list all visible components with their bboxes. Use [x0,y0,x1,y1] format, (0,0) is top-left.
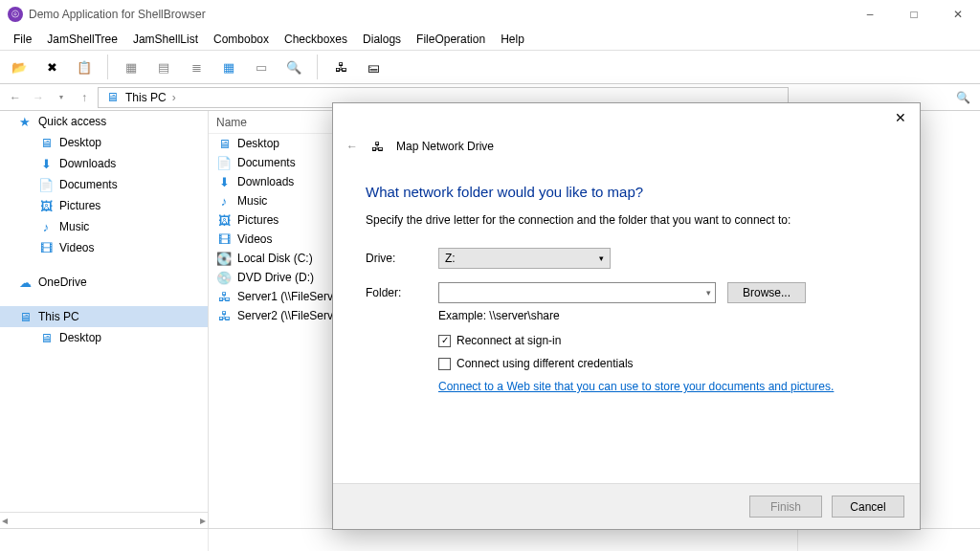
tree-quick-access[interactable]: ★ Quick access [0,111,208,132]
window-title: Demo Application for ShellBrowser [29,8,206,21]
minimize-button[interactable]: – [848,0,892,29]
toolbar: 📂 ✖ 📋 ▦ ▤ ≣ ▦ ▭ 🔍 🖧 🖴 [0,50,980,84]
reconnect-checkbox-row[interactable]: ✓ Reconnect at sign-in [438,334,887,347]
cancel-button[interactable]: Cancel [832,496,904,518]
star-icon: ★ [17,114,33,129]
menu-file[interactable]: File [6,31,39,48]
desktop-icon: 🖥 [216,136,232,151]
list-item-label: Local Disk (C:) [237,252,313,265]
tree-this-pc[interactable]: 🖥 This PC [0,306,208,327]
menu-jamshelltree[interactable]: JamShellTree [39,31,125,48]
tree-item-music[interactable]: ♪Music [0,216,208,237]
up-button[interactable]: ↑ [75,88,94,107]
back-button[interactable]: ← [6,88,25,107]
menu-checkboxes[interactable]: Checkboxes [277,31,355,48]
folder-label: Folder: [366,286,438,299]
separator [107,55,108,79]
list-item-label: Music [237,194,267,208]
tree-item-desktop[interactable]: 🖥Desktop [0,132,208,153]
menu-fileoperation[interactable]: FileOperation [409,31,493,48]
back-arrow-icon[interactable]: ← [346,140,358,153]
disconnect-drive-button[interactable]: 🖴 [360,54,387,80]
tree-label: Quick access [38,115,106,128]
app-icon: ⦾ [8,7,23,22]
dialog-wizard-title: Map Network Drive [396,140,494,153]
status-pane [209,529,798,551]
tree-scrollbar[interactable]: ◂ ▸ [0,512,208,528]
forward-button[interactable]: → [29,88,48,107]
browse-button[interactable]: Browse... [727,282,806,303]
menu-jamshelllist[interactable]: JamShellList [125,31,206,48]
desktop-icon: 🖥 [38,330,54,345]
list-item-label: Downloads [237,175,294,188]
map-drive-button[interactable]: 🖧 [327,54,354,80]
reconnect-label: Reconnect at sign-in [457,334,561,347]
menu-combobox[interactable]: Combobox [206,31,277,48]
properties-button[interactable]: 📋 [71,54,98,80]
music-icon: ♪ [38,219,54,234]
view-list-button[interactable]: ≣ [183,54,210,80]
view-large-button[interactable]: ▦ [118,54,145,80]
tree-item-pictures[interactable]: 🖼Pictures [0,195,208,216]
status-bar [0,528,980,551]
checkbox-checked-icon[interactable]: ✓ [438,335,451,347]
list-item-label: Videos [237,232,272,246]
folder-input[interactable]: ▾ [438,282,716,303]
document-icon: 📄 [38,177,54,192]
scroll-right-icon[interactable]: ▸ [200,514,206,527]
checkbox-unchecked-icon[interactable] [438,358,451,370]
dialog-heading: What network folder would you like to ma… [366,184,887,200]
credentials-checkbox-row[interactable]: Connect using different credentials [438,357,887,370]
music-icon: ♪ [216,193,232,209]
status-pane-right [798,529,980,551]
credentials-label: Connect using different credentials [457,357,634,370]
close-button[interactable]: ✕ [936,0,980,29]
chevron-right-icon: › [172,91,176,104]
dvd-icon: 💿 [216,270,232,285]
separator [317,55,318,79]
open-folder-button[interactable]: 📂 [6,54,33,80]
list-item-label: DVD Drive (D:) [237,271,314,284]
list-item-label: Server1 (\\FileServ [237,290,333,303]
view-details-button[interactable]: ▦ [215,54,242,80]
drive-label: Drive: [366,252,438,265]
download-icon: ⬇ [38,156,54,171]
folder-example: Example: \\server\share [438,309,887,322]
menu-help[interactable]: Help [493,31,532,48]
list-item-label: Desktop [237,137,279,150]
finish-button: Finish [749,496,822,518]
chevron-down-icon: ▾ [599,253,604,263]
status-pane-left [0,529,209,551]
window-titlebar: ⦾ Demo Application for ShellBrowser – □ … [0,0,980,29]
tree-panel: ★ Quick access 🖥Desktop ⬇Downloads 📄Docu… [0,111,209,528]
tree-onedrive[interactable]: ☁ OneDrive [0,272,208,293]
view-small-button[interactable]: ▤ [150,54,177,80]
delete-button[interactable]: ✖ [38,54,65,80]
menu-dialogs[interactable]: Dialogs [355,31,409,48]
address-text: This PC [125,91,167,104]
drive-select[interactable]: Z: ▾ [438,248,611,269]
picture-icon: 🖼 [216,212,232,228]
maximize-button[interactable]: □ [892,0,936,29]
video-icon: 🎞 [216,231,232,247]
tree-item-documents[interactable]: 📄Documents [0,174,208,195]
list-item-label: Pictures [237,213,278,227]
view-tiles-button[interactable]: ▭ [248,54,275,80]
desktop-icon: 🖥 [38,135,54,150]
pc-icon: 🖥 [104,90,120,105]
tree-item-videos[interactable]: 🎞Videos [0,237,208,258]
map-network-drive-dialog: ✕ ← 🖧 Map Network Drive What network fol… [332,102,921,530]
search-button[interactable]: 🔍 [280,54,307,80]
tree-item-desktop-pc[interactable]: 🖥Desktop [0,327,208,348]
connect-website-link[interactable]: Connect to a Web site that you can use t… [438,380,887,393]
recent-dropdown[interactable]: ▾ [52,88,71,107]
scroll-left-icon[interactable]: ◂ [2,514,8,527]
net-icon: 🖧 [216,308,232,323]
menubar: File JamShellTree JamShellList Combobox … [0,29,980,50]
net-icon: 🖧 [216,289,232,304]
dialog-close-button[interactable]: ✕ [881,103,920,132]
tree-item-downloads[interactable]: ⬇Downloads [0,153,208,174]
picture-icon: 🖼 [38,198,54,213]
dialog-instruction: Specify the drive letter for the connect… [366,213,887,227]
disk-icon: 💽 [216,251,232,266]
